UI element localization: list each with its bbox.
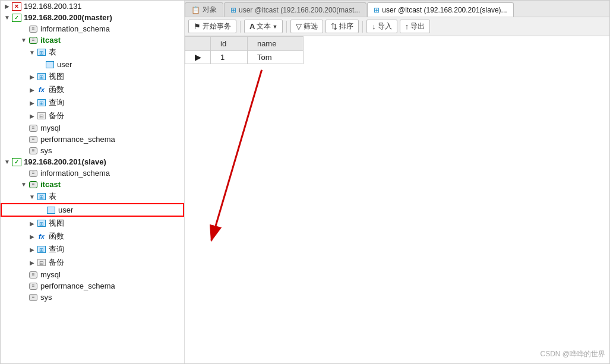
- arrow-backup-master: [28, 112, 36, 120]
- folder-backup-master[interactable]: ⊟ 备份: [1, 109, 184, 122]
- tab-slave-label: user @itcast (192.168.200.201(slave)...: [382, 6, 507, 14]
- folder-view-master[interactable]: ⊞ 视图: [1, 70, 184, 83]
- db-itcast-slave[interactable]: itcast: [1, 179, 184, 190]
- col-indicator: [185, 37, 211, 51]
- tab-object[interactable]: 📋 对象: [185, 2, 223, 17]
- folder-query-master[interactable]: ⊞ 查询: [1, 96, 184, 109]
- arrow-server-slave: [3, 158, 11, 166]
- db-mysql-slave[interactable]: mysql: [1, 269, 184, 280]
- toolbar-sep-3: [362, 21, 363, 33]
- tab-slave-icon: ⊞: [374, 6, 380, 14]
- folder-query-label-slave: 查询: [49, 244, 64, 255]
- folder-view-slave[interactable]: ⊞ 视图: [1, 217, 184, 230]
- btn-import-label: 导入: [378, 21, 392, 31]
- backup-folder-icon-slave: ⊟: [36, 258, 47, 267]
- folder-func-label-master: 函数: [49, 84, 64, 95]
- folder-table-label-master: 表: [49, 47, 56, 58]
- folder-table-master[interactable]: ⊞ 表: [1, 46, 184, 59]
- folder-backup-slave[interactable]: ⊟ 备份: [1, 256, 184, 269]
- btn-sort[interactable]: ⇅ 排序: [325, 20, 359, 33]
- text-icon: A: [249, 22, 255, 31]
- import-icon: ↓: [372, 22, 376, 31]
- tab-master-label: user @itcast (192.168.200.200(mast...: [239, 6, 360, 14]
- btn-filter-label: 筛选: [304, 21, 318, 31]
- view-folder-icon-master: ⊞: [36, 72, 47, 81]
- folder-backup-label-master: 备份: [49, 110, 64, 121]
- db-icon-perf-slave: [28, 282, 39, 290]
- btn-transaction[interactable]: ⚑ 开始事务: [188, 20, 236, 33]
- query-folder-icon-master: ⊞: [36, 99, 47, 107]
- folder-query-slave[interactable]: ⊞ 查询: [1, 243, 184, 256]
- server-item-slave[interactable]: 192.168.200.201(slave): [1, 156, 184, 167]
- filter-icon: ▽: [296, 22, 302, 31]
- tab-user-slave[interactable]: ⊞ user @itcast (192.168.200.201(slave)..…: [367, 2, 513, 17]
- folder-view-label-slave: 视图: [49, 218, 64, 229]
- db-label-mysql-master: mysql: [40, 124, 61, 132]
- db-mysql-master[interactable]: mysql: [1, 122, 184, 134]
- db-label-itcast-slave: itcast: [40, 180, 61, 189]
- server-ok-icon-slave: [11, 158, 22, 166]
- text-dropdown-icon: ▼: [272, 24, 277, 30]
- func-folder-icon-slave: fx: [36, 232, 47, 240]
- arrow-view-slave: [28, 219, 36, 227]
- query-folder-icon-slave: ⊞: [36, 245, 47, 254]
- btn-text-label: 文本: [257, 21, 271, 31]
- folder-backup-label-slave: 备份: [49, 257, 64, 268]
- table-icon-user-master: [45, 61, 55, 69]
- db-sys-master[interactable]: sys: [1, 145, 184, 156]
- table-icon-user-slave: [46, 206, 56, 214]
- table-folder-icon-slave: ⊞: [36, 192, 47, 201]
- server-item-131[interactable]: 192.168.200.131: [1, 1, 184, 12]
- server-item-master[interactable]: 192.168.200.200(master): [1, 12, 184, 23]
- tab-object-icon: 📋: [191, 6, 200, 14]
- table-user-master[interactable]: user: [1, 59, 184, 70]
- btn-transaction-label: 开始事务: [203, 21, 231, 31]
- db-info-master[interactable]: information_schema: [1, 23, 184, 34]
- db-label-perf-master: performance_schema: [40, 135, 115, 144]
- folder-view-label-master: 视图: [49, 71, 64, 82]
- db-icon-itcast-master: [28, 36, 39, 45]
- table-folder-icon-master: ⊞: [36, 48, 47, 56]
- db-perf-master[interactable]: performance_schema: [1, 134, 184, 145]
- db-perf-slave[interactable]: performance_schema: [1, 280, 184, 292]
- db-icon-mysql-master: [28, 124, 39, 132]
- server-error-icon: [11, 2, 22, 11]
- backup-folder-icon-master: ⊟: [36, 112, 47, 120]
- db-label-info-master: information_schema: [40, 24, 110, 33]
- btn-text[interactable]: A 文本 ▼: [244, 20, 283, 33]
- col-id: id: [211, 37, 248, 51]
- btn-import[interactable]: ↓ 导入: [366, 20, 397, 33]
- cell-id: 1: [211, 51, 248, 64]
- db-itcast-master[interactable]: itcast: [1, 34, 184, 46]
- transaction-icon: ⚑: [194, 22, 201, 31]
- db-icon-sys-slave: [28, 293, 39, 302]
- tab-master-icon: ⊞: [230, 6, 236, 14]
- db-label-sys-master: sys: [40, 146, 52, 155]
- db-icon-info-slave: [28, 169, 39, 178]
- table-label-user-slave: user: [58, 205, 73, 214]
- folder-query-label-master: 查询: [49, 97, 64, 108]
- cell-name: Tom: [247, 51, 303, 64]
- db-info-slave[interactable]: information_schema: [1, 167, 184, 179]
- btn-filter[interactable]: ▽ 筛选: [290, 20, 323, 33]
- tab-user-master[interactable]: ⊞ user @itcast (192.168.200.200(mast...: [224, 2, 366, 17]
- tab-bar: 📋 对象 ⊞ user @itcast (192.168.200.200(mas…: [185, 1, 609, 17]
- arrow-table-slave: [28, 192, 36, 201]
- data-area[interactable]: id name ▶ 1 Tom: [185, 36, 609, 363]
- export-icon: ↑: [405, 22, 409, 31]
- btn-export[interactable]: ↑ 导出: [400, 20, 431, 33]
- arrow-view-master: [28, 72, 36, 81]
- db-label-perf-slave: performance_schema: [40, 281, 115, 290]
- table-row[interactable]: ▶ 1 Tom: [185, 51, 304, 64]
- folder-func-master[interactable]: fx 函数: [1, 83, 184, 96]
- folder-func-label-slave: 函数: [49, 231, 64, 242]
- table-user-slave[interactable]: user: [1, 203, 184, 217]
- content-wrapper: id name ▶ 1 Tom: [185, 36, 609, 363]
- db-label-sys-slave: sys: [40, 293, 52, 302]
- folder-table-slave[interactable]: ⊞ 表: [1, 190, 184, 203]
- sidebar: 192.168.200.131 192.168.200.200(master) …: [1, 1, 185, 363]
- folder-func-slave[interactable]: fx 函数: [1, 230, 184, 243]
- content-panel: 📋 对象 ⊞ user @itcast (192.168.200.200(mas…: [185, 1, 609, 363]
- arrow-backup-slave: [28, 258, 36, 267]
- db-sys-slave[interactable]: sys: [1, 292, 184, 303]
